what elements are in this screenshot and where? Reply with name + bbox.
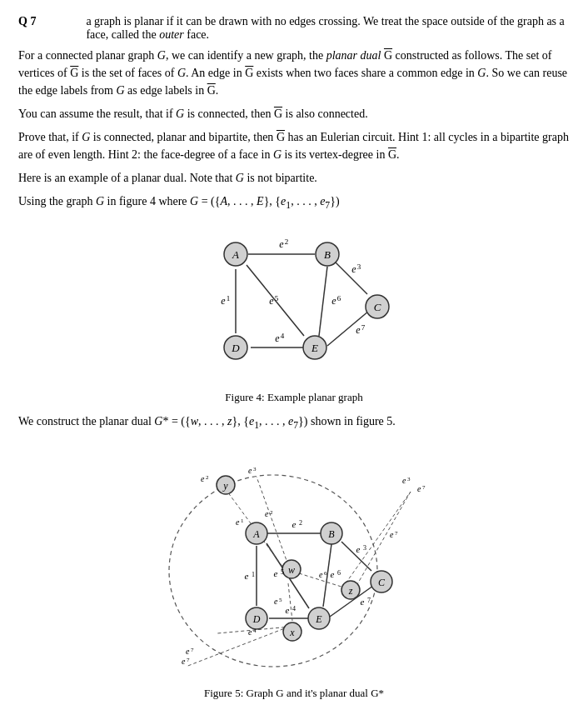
svg-text:B: B <box>324 248 331 261</box>
question-header: Q 7 a graph is planar if it can be drawn… <box>18 15 570 42</box>
fig4-caption: Figure 4: Example planar graph <box>225 391 362 404</box>
svg-text:2: 2 <box>206 474 209 481</box>
svg-text:1: 1 <box>252 571 255 578</box>
svg-text:6: 6 <box>337 294 341 302</box>
svg-text:5: 5 <box>279 597 282 603</box>
svg-text:e: e <box>319 570 323 579</box>
svg-text:y: y <box>222 480 228 492</box>
figure-5-svg: A B C D E y w x z e2 e1 e5 e3 e6 e7 <box>127 442 461 683</box>
figure-4-container: A B C D E e 2 e 1 e 5 e 3 e 6 e 7 e 4 Fi… <box>18 221 570 404</box>
svg-line-40 <box>288 583 292 621</box>
svg-text:e: e <box>331 569 335 579</box>
svg-text:A: A <box>232 248 239 261</box>
paragraph-2: You can assume the result, that if G is … <box>18 105 570 122</box>
svg-text:4: 4 <box>281 332 285 340</box>
svg-text:w: w <box>288 564 295 576</box>
svg-text:E: E <box>315 613 322 625</box>
svg-text:e: e <box>279 238 284 250</box>
svg-text:2: 2 <box>270 509 273 516</box>
svg-text:z: z <box>348 585 353 597</box>
svg-line-4 <box>319 267 327 336</box>
svg-text:e: e <box>248 628 252 637</box>
figure-5-container: A B C D E y w x z e2 e1 e5 e3 e6 e7 <box>18 442 570 700</box>
svg-text:B: B <box>328 528 335 540</box>
svg-text:D: D <box>252 613 261 625</box>
svg-text:e: e <box>265 509 269 518</box>
svg-text:e: e <box>361 597 365 607</box>
svg-text:4: 4 <box>292 605 296 612</box>
svg-text:e: e <box>274 568 278 578</box>
svg-text:e: e <box>186 647 190 656</box>
svg-text:e: e <box>274 597 278 606</box>
svg-text:e: e <box>331 295 336 307</box>
svg-text:6: 6 <box>324 570 327 577</box>
svg-text:e: e <box>221 295 226 307</box>
header-text: a graph is planar if it can be drawn wit… <box>86 15 570 42</box>
svg-text:e: e <box>402 476 406 485</box>
svg-text:7: 7 <box>422 484 426 491</box>
share-common-edge: share a common edge <box>361 67 463 79</box>
svg-text:5: 5 <box>275 294 279 302</box>
svg-text:x: x <box>289 627 295 638</box>
svg-text:e: e <box>182 657 186 666</box>
svg-text:7: 7 <box>191 647 194 653</box>
svg-text:C: C <box>374 301 381 313</box>
figure-4-svg: A B C D E e 2 e 1 e 5 e 3 e 6 e 7 e 4 <box>161 221 427 388</box>
svg-line-46 <box>186 627 289 667</box>
svg-text:3: 3 <box>357 262 361 271</box>
svg-line-45 <box>346 492 411 583</box>
svg-text:2: 2 <box>285 238 289 246</box>
paragraph-1: For a connected planar graph G, we can i… <box>18 47 570 99</box>
svg-text:e: e <box>286 605 290 615</box>
paragraph-3: Prove that, if G is connected, planar an… <box>18 128 570 163</box>
svg-text:3: 3 <box>363 544 366 552</box>
svg-text:e: e <box>356 324 361 336</box>
svg-text:e: e <box>417 484 421 493</box>
svg-text:4: 4 <box>253 628 257 634</box>
svg-text:2: 2 <box>299 519 302 527</box>
paragraph-6: We construct the planar dual G* = ({w, .… <box>18 412 570 432</box>
svg-text:D: D <box>231 342 240 354</box>
svg-text:e: e <box>275 332 280 344</box>
svg-text:e: e <box>245 571 249 581</box>
fig5-caption: Figure 5: Graph G and it's planar dual G… <box>204 687 384 700</box>
svg-text:e: e <box>351 263 356 275</box>
svg-text:e: e <box>201 474 205 483</box>
svg-text:1: 1 <box>227 294 231 302</box>
svg-text:7: 7 <box>187 657 190 663</box>
svg-text:e: e <box>292 519 296 529</box>
paragraph-4: Here is an example of a planar dual. Not… <box>18 169 570 187</box>
svg-text:E: E <box>311 342 318 354</box>
paragraph-5: Using the graph G in figure 4 where G = … <box>18 192 570 212</box>
svg-text:e: e <box>390 530 394 539</box>
svg-text:A: A <box>252 528 260 540</box>
svg-text:6: 6 <box>337 569 341 577</box>
svg-text:3: 3 <box>407 476 411 482</box>
svg-text:1: 1 <box>241 518 244 524</box>
svg-text:7: 7 <box>395 530 398 537</box>
q-number: Q 7 <box>18 15 36 42</box>
outer-face-term: outer <box>159 28 184 41</box>
svg-text:7: 7 <box>361 323 366 332</box>
svg-text:7: 7 <box>367 597 371 604</box>
svg-text:C: C <box>378 577 386 588</box>
svg-text:5: 5 <box>281 568 284 576</box>
svg-text:e: e <box>236 518 240 527</box>
svg-text:3: 3 <box>253 466 257 472</box>
svg-text:e: e <box>356 544 361 554</box>
svg-text:e: e <box>248 466 252 475</box>
svg-text:e: e <box>269 295 274 307</box>
